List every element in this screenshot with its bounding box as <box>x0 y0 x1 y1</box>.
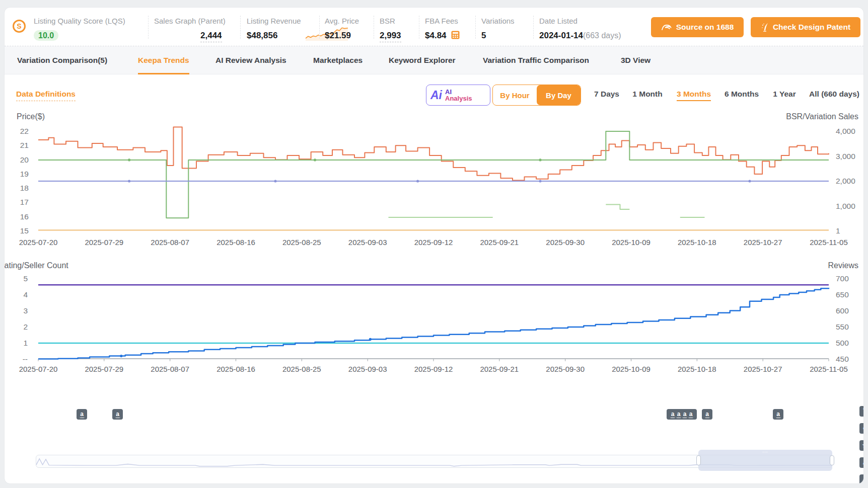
amazon-annotation[interactable]: a <box>702 409 712 420</box>
range-6-months[interactable]: 6 Months <box>725 90 759 99</box>
series-marker <box>128 158 130 161</box>
amazon-annotation[interactable]: aaaa <box>667 409 697 420</box>
amazon-a-icon: a <box>79 411 85 418</box>
star-icon[interactable]: ★ <box>859 440 864 451</box>
tab-keyword-explorer[interactable]: Keyword Explorer <box>389 46 456 74</box>
x-axis-label: 2025-10-18 <box>678 238 716 247</box>
divider <box>533 16 534 39</box>
divider <box>475 16 476 39</box>
check-design-patent-button[interactable]: Check Design Patent <box>751 17 860 37</box>
range-all[interactable]: All (660 days) <box>809 90 859 99</box>
amazon-annotation[interactable]: a <box>77 409 87 420</box>
tab-variation-comparison[interactable]: Variation Comparison(5) <box>17 46 107 74</box>
x-axis-label: 2025-09-12 <box>414 365 453 373</box>
avg-price-value: $21.59 <box>325 31 351 41</box>
amazon-annotation[interactable]: a <box>112 409 123 420</box>
navigator-left-handle[interactable] <box>696 455 701 465</box>
metric-label: Avg. Price <box>325 17 359 25</box>
variations-value: 5 <box>481 31 486 41</box>
data-definitions-link[interactable]: Data Definitions <box>16 90 76 101</box>
series-marker <box>369 338 372 341</box>
amazon-a-icon: a <box>670 411 676 418</box>
divider <box>148 16 149 39</box>
sales-value[interactable]: 2,444 <box>200 31 222 42</box>
metric-label: FBA Fees <box>425 17 458 25</box>
divider <box>419 16 419 39</box>
left-axis-tick: 22 <box>5 127 29 136</box>
series-marker <box>748 180 751 182</box>
range-3-months[interactable]: 3 Months <box>677 90 711 101</box>
tab-keepa-trends[interactable]: Keepa Trends <box>138 46 189 74</box>
range-7-days[interactable]: 7 Days <box>594 90 619 99</box>
tab-variation-traffic-comparison[interactable]: Variation Traffic Comparison <box>483 46 589 74</box>
divider <box>319 16 320 39</box>
by-hour-option[interactable]: By Hour <box>493 85 537 105</box>
user-icon[interactable]: ☻ <box>859 423 864 434</box>
date-listed-value: 2024-01-14 <box>539 31 583 40</box>
right-axis-tick: 1,000 <box>836 202 855 211</box>
by-day-option[interactable]: By Day <box>537 85 581 105</box>
x-axis-label: 2025-08-16 <box>216 365 255 373</box>
days-listed: (663 days) <box>583 31 621 40</box>
range-1-month[interactable]: 1 Month <box>632 90 662 99</box>
x-axis-label: 2025-07-29 <box>85 365 123 373</box>
right-axis-tick: 650 <box>836 290 849 299</box>
left-axis-tick: 18 <box>5 184 29 193</box>
metric-label: Listing Revenue <box>247 17 301 25</box>
bsr-value[interactable]: 2,993 <box>380 31 401 42</box>
x-axis-label: 2025-07-29 <box>85 238 123 247</box>
calculator-icon[interactable] <box>451 31 460 39</box>
series-marker <box>539 158 541 161</box>
x-axis-label: 2025-11-05 <box>810 365 848 373</box>
timeline-navigator: ⋯ <box>5 448 864 473</box>
amazon-annotation[interactable]: a <box>773 409 783 420</box>
amazon-a-icon: a <box>775 411 781 418</box>
revenue-value: $48,856 <box>247 31 277 41</box>
navigator-window[interactable]: ⋯ <box>698 450 832 471</box>
left-axis-title: Rating/Seller Count <box>4 261 68 270</box>
navigator-grip[interactable]: ⋯ <box>762 449 768 454</box>
x-axis-label: 2025-11-05 <box>810 238 848 247</box>
alibaba-1688-icon <box>661 24 672 31</box>
left-axis-tick: 20 <box>5 155 29 165</box>
series-marker <box>539 180 541 182</box>
x-axis-label: 2025-10-27 <box>744 238 782 247</box>
series-marker <box>274 180 276 182</box>
range-1-year[interactable]: 1 Year <box>773 90 795 99</box>
rating-reviews-chart: Rating/Seller CountReviews54321--7006506… <box>5 259 864 380</box>
ai-analysis-icon: Ai <box>430 89 442 102</box>
left-axis-tick: 19 <box>5 170 29 179</box>
divider <box>240 16 241 39</box>
tab-ai-review-analysis[interactable]: AI Review Analysis <box>215 46 286 74</box>
x-axis-label: 2025-08-25 <box>282 238 321 247</box>
text-icon[interactable]: T <box>859 406 864 417</box>
annotation-row: aaaaaaaa <box>5 409 864 421</box>
x-axis-label: 2025-08-25 <box>282 365 321 373</box>
metric-label: Listing Quality Score (LQS) <box>34 17 125 25</box>
left-axis-title: Price($) <box>17 112 45 121</box>
series-bsr <box>38 131 829 218</box>
left-axis-tick: 2 <box>8 322 28 332</box>
tab-3d-view[interactable]: 3D View <box>621 46 650 74</box>
source-on-1688-button[interactable]: Source on 1688 <box>651 17 744 37</box>
x-axis-label: 2025-09-03 <box>348 238 387 247</box>
series-variation-sales-b <box>606 205 629 209</box>
ai-label-line2: Analysis <box>445 95 472 102</box>
tab-marketplaces[interactable]: Marketplaces <box>313 46 363 74</box>
ai-label-line1: AI <box>445 89 472 95</box>
granularity-toggle: By Hour By Day <box>492 85 581 106</box>
amazon-icon[interactable]: a <box>859 474 864 484</box>
series-marker <box>128 180 130 182</box>
metric-label: BSR <box>380 17 395 25</box>
right-axis-tick: 600 <box>836 306 849 315</box>
product-metrics-header: S Listing Quality Score (LQS) 10.0 Sales… <box>5 8 863 46</box>
ai-analysis-button[interactable]: Ai AI Analysis <box>426 85 490 106</box>
x-axis-label: 2025-09-30 <box>546 365 585 373</box>
left-axis-tick: 17 <box>5 198 29 207</box>
aplus-icon[interactable]: A <box>859 457 864 468</box>
x-axis-label: 2025-07-20 <box>19 238 58 247</box>
x-axis-label: 2025-09-12 <box>414 238 453 247</box>
x-axis-label: 2025-08-16 <box>216 238 255 247</box>
navigator-right-handle[interactable] <box>830 455 834 465</box>
patent-icon <box>761 23 769 32</box>
